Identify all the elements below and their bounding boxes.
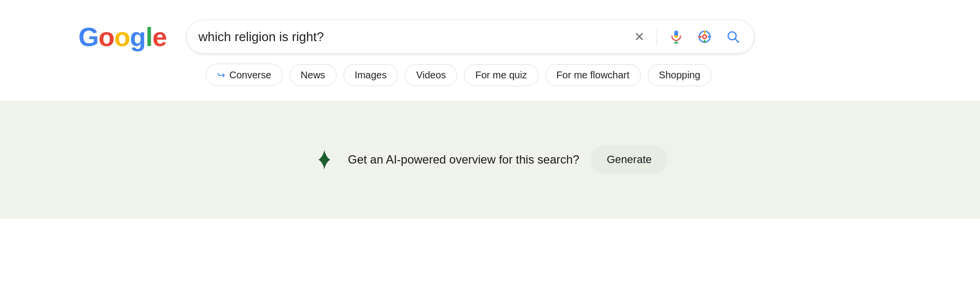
filter-chip-shopping[interactable]: Shopping bbox=[648, 64, 712, 86]
filter-chip-converse[interactable]: ↪ Converse bbox=[206, 64, 283, 86]
filter-chip-for-me-quiz[interactable]: For me quiz bbox=[464, 64, 539, 86]
search-submit-button[interactable] bbox=[724, 27, 742, 46]
filter-chip-for-me-quiz-label: For me quiz bbox=[475, 70, 527, 81]
filter-chip-videos[interactable]: Videos bbox=[405, 64, 457, 86]
logo-letter-l: l bbox=[146, 22, 152, 51]
clear-button[interactable]: ✕ bbox=[632, 28, 647, 45]
converse-arrow-icon: ↪ bbox=[217, 69, 225, 81]
lens-button[interactable] bbox=[695, 27, 714, 46]
search-input[interactable] bbox=[198, 29, 626, 45]
mic-icon bbox=[669, 29, 684, 44]
search-icons: ✕ bbox=[632, 27, 742, 46]
logo-letter-o2: o bbox=[114, 22, 130, 51]
generate-button[interactable]: Generate bbox=[591, 145, 667, 174]
filter-chip-converse-label: Converse bbox=[229, 70, 271, 81]
lens-icon bbox=[697, 29, 712, 44]
ai-overview-text: Get an AI-powered overview for this sear… bbox=[348, 153, 579, 167]
filter-chip-images[interactable]: Images bbox=[343, 64, 398, 86]
filter-chip-for-me-flowchart-label: For me flowchart bbox=[557, 70, 630, 81]
logo-letter-o1: o bbox=[98, 22, 114, 51]
ai-overview-section: Get an AI-powered overview for this sear… bbox=[0, 101, 980, 218]
filter-chip-news[interactable]: News bbox=[290, 64, 337, 86]
filter-chip-for-me-flowchart[interactable]: For me flowchart bbox=[545, 64, 641, 86]
logo-letter-g2: g bbox=[130, 22, 146, 51]
clear-icon: ✕ bbox=[634, 30, 645, 43]
top-section: Google ✕ bbox=[0, 0, 980, 101]
svg-line-10 bbox=[735, 39, 738, 42]
logo-letter-e: e bbox=[152, 22, 167, 51]
search-bar: ✕ bbox=[186, 20, 755, 54]
voice-search-button[interactable] bbox=[667, 27, 686, 46]
search-icon bbox=[726, 29, 740, 44]
vertical-divider bbox=[657, 28, 657, 46]
header-row: Google ✕ bbox=[0, 20, 980, 54]
filter-chips-row: ↪ Converse News Images Videos For me qui… bbox=[0, 54, 980, 86]
ai-sparkle-icon bbox=[313, 148, 336, 171]
filter-chip-images-label: Images bbox=[355, 70, 387, 81]
filter-chip-videos-label: Videos bbox=[416, 70, 446, 81]
filter-chip-shopping-label: Shopping bbox=[659, 70, 701, 81]
google-logo[interactable]: Google bbox=[78, 22, 167, 52]
filter-chip-news-label: News bbox=[301, 70, 325, 81]
ai-overview-row: Get an AI-powered overview for this sear… bbox=[313, 145, 667, 174]
svg-point-4 bbox=[703, 35, 707, 39]
logo-letter-g: G bbox=[78, 22, 98, 51]
